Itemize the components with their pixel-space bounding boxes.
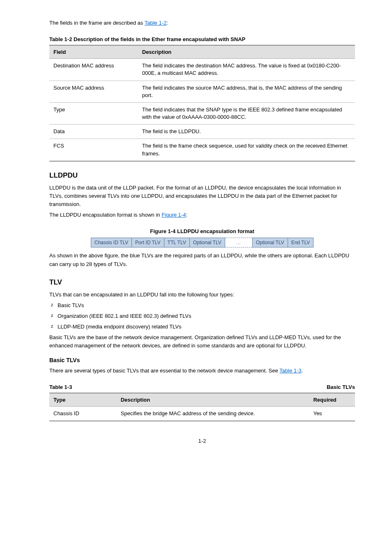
table2-r0-f: Destination MAC address [49,59,138,81]
table3-r0-r: Yes [309,406,355,421]
diagram-cell-opt2: Optional TLV [252,238,288,247]
table2-r3-f: Data [49,125,138,139]
table2-header-row: Field Description [49,45,355,59]
table2-r1-d: The field indicates the source MAC addre… [138,81,355,102]
diagram-cell-ttl: TTL TLV [164,238,189,247]
table3-caption-left: Table 1-3 [49,384,72,390]
intro-prefix: The fields in the frame are described as [49,20,145,26]
table3: Type Description Required Chassis ID Spe… [49,393,355,421]
table2-th-desc: Description [138,45,355,59]
intro-suffix: : [166,20,168,26]
table-row: Source MAC address The field indicates t… [49,81,355,102]
lldpdu-p2-prefix: The LLDPDU encapsulation format is shown… [49,212,161,218]
table2-caption-row: Table 1-2 Description of the fields in t… [49,36,355,42]
table3-header-row: Type Description Required [49,393,355,407]
table-1-3-link[interactable]: Table 1-3 [279,368,301,374]
tlv-p2: Basic TLVs are the base of the network d… [49,333,355,350]
table2-r3-d: The field is the LLDPDU. [138,125,355,139]
basic-tlvs-prefix: There are several types of basic TLVs th… [49,368,279,374]
tlv-p1: TLVs that can be encapsulated in an LLDP… [49,291,355,299]
lldpdu-p3: As shown in the above figure, the blue T… [49,252,355,268]
tlv-li2: Organization (IEEE 802.1 and IEEE 802.3)… [49,312,355,320]
table2-r2-d: The field indicates that the SNAP type i… [138,102,355,124]
table2-caption: Table 1-2 Description of the fields in t… [49,36,245,42]
figure-1-4-link[interactable]: Figure 1-4 [161,212,186,218]
table2-th-field: Field [49,45,138,59]
lldpdu-p1: LLDPDU is the data unit of the LLDP pack… [49,184,355,208]
table3-r0-t: Chassis ID [49,406,117,421]
table-row: Type The field indicates that the SNAP t… [49,102,355,124]
table2: Field Description Destination MAC addres… [49,45,355,162]
lldpdu-p2: The LLDPDU encapsulation format is shown… [49,211,355,219]
table-row: Destination MAC address The field indica… [49,59,355,81]
diagram-cell-chassis: Chassis ID TLV [91,238,131,247]
table-row: FCS The field is the frame check sequenc… [49,139,355,161]
tlv-li1: Basic TLVs [49,301,355,310]
table2-r4-d: The field is the frame check sequence, u… [138,139,355,161]
table2-r0-d: The field indicates the destination MAC … [138,59,355,81]
table2-r1-f: Source MAC address [49,81,138,102]
table3-caption-right: Basic TLVs [327,384,355,390]
table3-th-type: Type [49,393,117,407]
table-row: Chassis ID Specifies the bridge MAC addr… [49,406,355,421]
diagram-cell-port: Port ID TLV [132,238,164,247]
table-row: Data The field is the LLDPDU. [49,125,355,139]
lldpdu-diagram: Chassis ID TLV Port ID TLV TTL TLV Optio… [49,238,355,247]
page-root: The fields in the frame are described as… [0,0,392,469]
basic-tlvs-p: There are several types of basic TLVs th… [49,367,355,375]
page-number: 1-2 [49,438,355,444]
table3-caption-row: Table 1-3 Basic TLVs [49,384,355,390]
table3-th-req: Required [309,393,355,407]
tlv-heading: TLV [49,278,355,287]
table2-r2-f: Type [49,102,138,124]
tlv-li3: LLDP-MED (media endpoint discovery) rela… [49,323,355,331]
table3-th-desc: Description [117,393,309,407]
diagram-cell-opt1: Optional TLV [189,238,225,247]
fig4-caption: Figure 1-4 LLDPDU encapsulation format [49,228,355,234]
intro-paragraph: The fields in the frame are described as… [49,19,355,27]
table2-r4-f: FCS [49,139,138,161]
basic-tlvs-suffix: . [302,368,303,374]
table3-r0-d: Specifies the bridge MAC address of the … [117,406,309,421]
diagram-cell-ellipsis: ... [225,238,252,247]
diagram-cell-end: End TLV [288,238,314,247]
table-1-2-link[interactable]: Table 1-2 [145,20,166,26]
lldpdu-heading: LLDPDU [49,171,355,180]
basic-tlvs-heading: Basic TLVs [49,357,355,363]
lldpdu-p2-suffix: : [186,212,187,218]
lldpdu-diagram-table: Chassis ID TLV Port ID TLV TTL TLV Optio… [91,238,314,247]
